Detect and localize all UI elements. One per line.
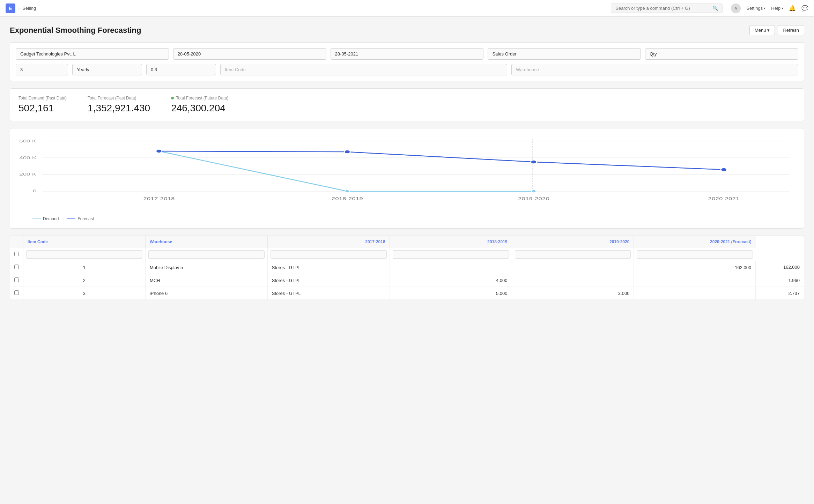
- cell-y2018: [512, 274, 634, 287]
- cell-row_num: 2: [23, 274, 146, 287]
- settings-link[interactable]: Settings ▾: [746, 6, 765, 11]
- cell-y2018: [512, 261, 634, 274]
- to-date-field[interactable]: 28-05-2021: [331, 48, 484, 60]
- th-item-code: Item Code: [23, 236, 146, 248]
- search-icon: 🔍: [712, 6, 718, 11]
- item-code-field[interactable]: Item Code: [220, 64, 507, 75]
- cell-y2019: [634, 287, 756, 300]
- filters-row-1: Gadget Technologies Pvt. L 28-05-2020 28…: [16, 48, 798, 60]
- help-chevron-icon: ▾: [782, 6, 783, 10]
- svg-text:0: 0: [33, 189, 36, 193]
- cell-y2020: 162.000: [756, 261, 804, 274]
- qty-field[interactable]: Qty: [645, 48, 798, 60]
- forecast-future-dot: [171, 97, 174, 99]
- refresh-button[interactable]: Refresh: [778, 25, 804, 35]
- stat-forecast-past: Total Forecast (Past Data) 1,352,921.430: [88, 96, 150, 114]
- based-on-field[interactable]: Sales Order: [488, 48, 641, 60]
- search-box[interactable]: 🔍: [611, 3, 723, 13]
- cell-y2018: 3.000: [512, 287, 634, 300]
- chart-legend: Demand Forecast: [18, 216, 796, 221]
- svg-text:400 K: 400 K: [19, 156, 37, 160]
- legend-demand-line: [32, 218, 41, 219]
- legend-forecast-line: [67, 218, 75, 219]
- cell-item_code: iPhone 6: [145, 287, 267, 300]
- chat-icon[interactable]: 💬: [801, 5, 808, 12]
- th-warehouse: Warehouse: [145, 236, 267, 248]
- cell-y2019: 162.000: [634, 261, 756, 274]
- svg-point-17: [344, 150, 350, 154]
- svg-text:2020-2021: 2020-2021: [708, 197, 740, 201]
- cell-y2017: 5.000: [390, 287, 512, 300]
- svg-text:2017-2018: 2017-2018: [143, 197, 175, 201]
- stats-panel: Total Demand (Past Data) 502,161 Total F…: [10, 88, 804, 121]
- data-table: Item Code Warehouse 2017-2018 2018-2019 …: [10, 236, 804, 300]
- row-checkbox[interactable]: [14, 290, 19, 295]
- from-date-field[interactable]: 28-05-2020: [173, 48, 326, 60]
- breadcrumb-chevron: ›: [18, 6, 20, 11]
- menu-button[interactable]: Menu ▾: [749, 25, 775, 35]
- table-body: 1Mobile Display 5Stores - GTPL162.000162…: [10, 261, 804, 300]
- stat-forecast-past-label: Total Forecast (Past Data): [88, 96, 150, 101]
- svg-text:600 K: 600 K: [19, 139, 37, 143]
- cell-item_code: MCH: [145, 274, 267, 287]
- filter-2017[interactable]: [271, 250, 387, 259]
- svg-text:200 K: 200 K: [19, 172, 37, 176]
- svg-text:2019-2020: 2019-2020: [518, 197, 549, 201]
- cell-item_code: Mobile Display 5: [145, 261, 267, 274]
- warehouse-field[interactable]: Warehouse: [511, 64, 798, 75]
- page-actions: Menu ▾ Refresh: [749, 25, 804, 35]
- select-all-checkbox[interactable]: [13, 252, 20, 256]
- chart-panel: 600 K 400 K 200 K 0 2017-2018 2018-2019 …: [10, 128, 804, 229]
- legend-forecast-label: Forecast: [77, 216, 94, 221]
- legend-demand: Demand: [32, 216, 59, 221]
- page-title: Exponential Smoothing Forecasting: [10, 26, 141, 35]
- table-row: 1Mobile Display 5Stores - GTPL162.000162…: [10, 261, 804, 274]
- navbar: E › Selling 🔍 A Settings ▾ Help ▾ 🔔 💬: [0, 0, 814, 17]
- row-checkbox[interactable]: [14, 277, 19, 282]
- navbar-right: A Settings ▾ Help ▾ 🔔 💬: [731, 3, 808, 13]
- filters-row-2: 3 Yearly 0.3 Item Code Warehouse: [16, 64, 798, 75]
- table-panel: Item Code Warehouse 2017-2018 2018-2019 …: [10, 236, 804, 300]
- filter-2019[interactable]: [515, 250, 631, 259]
- filter-2018[interactable]: [393, 250, 509, 259]
- search-input[interactable]: [615, 6, 710, 11]
- th-2019: 2019-2020: [512, 236, 634, 248]
- filter-item-code[interactable]: [26, 250, 142, 259]
- avatar[interactable]: A: [731, 3, 741, 13]
- cell-y2017: 4.000: [390, 274, 512, 287]
- chart-area: 600 K 400 K 200 K 0 2017-2018 2018-2019 …: [18, 135, 796, 212]
- th-2018: 2018-2019: [390, 236, 512, 248]
- cell-warehouse: Stores - GTPL: [267, 274, 390, 287]
- menu-chevron-icon: ▾: [767, 28, 770, 33]
- smoothing-factor-field[interactable]: 3: [16, 64, 68, 75]
- legend-forecast: Forecast: [67, 216, 94, 221]
- company-field[interactable]: Gadget Technologies Pvt. L: [16, 48, 169, 60]
- notifications-icon[interactable]: 🔔: [789, 5, 796, 12]
- stat-demand-label: Total Demand (Past Data): [18, 96, 67, 101]
- settings-chevron-icon: ▾: [764, 6, 765, 10]
- alpha-field[interactable]: 0.3: [146, 64, 216, 75]
- filters-panel: Gadget Technologies Pvt. L 28-05-2020 28…: [10, 42, 804, 81]
- stat-demand-value: 502,161: [18, 103, 67, 114]
- cell-warehouse: Stores - GTPL: [267, 287, 390, 300]
- filter-warehouse[interactable]: [148, 250, 265, 259]
- module-label[interactable]: Selling: [22, 6, 36, 11]
- legend-demand-label: Demand: [43, 216, 59, 221]
- filter-2020[interactable]: [637, 250, 753, 259]
- svg-point-16: [156, 149, 162, 153]
- table-filter-row: [10, 248, 804, 261]
- row-checkbox-cell: [10, 287, 23, 300]
- table-header-row: Item Code Warehouse 2017-2018 2018-2019 …: [10, 236, 804, 248]
- periodicity-field[interactable]: Yearly: [72, 64, 142, 75]
- svg-point-18: [531, 160, 536, 164]
- row-checkbox-cell: [10, 274, 23, 287]
- svg-text:2018-2019: 2018-2019: [332, 197, 363, 201]
- stat-forecast-future: Total Forecast (Future Data) 246,300.204: [171, 96, 228, 114]
- row-checkbox[interactable]: [14, 265, 19, 269]
- cell-y2020: 1.960: [756, 274, 804, 287]
- th-checkbox: [10, 236, 23, 248]
- help-link[interactable]: Help ▾: [771, 6, 783, 11]
- page: Exponential Smoothing Forecasting Menu ▾…: [0, 17, 814, 504]
- svg-point-15: [531, 190, 536, 193]
- app-icon[interactable]: E: [6, 3, 15, 13]
